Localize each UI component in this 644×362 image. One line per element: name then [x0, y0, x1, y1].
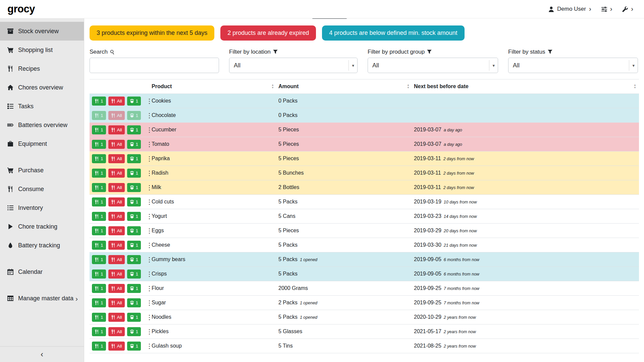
consume-one-button[interactable]: 1 — [92, 97, 106, 106]
consume-one-button[interactable]: 1 — [92, 342, 106, 351]
product-name-cell: Flour — [150, 285, 277, 291]
consume-all-button[interactable]: All — [108, 298, 125, 307]
best-before-date-note: 20 days from now — [444, 229, 477, 233]
user-menu[interactable]: Demo User › — [548, 6, 591, 12]
open-one-button[interactable]: 1 — [127, 269, 141, 279]
row-actions: 1 All 1 ⋮ — [90, 97, 150, 106]
consume-all-button[interactable]: All — [108, 197, 125, 206]
open-one-button[interactable]: 1 — [127, 183, 141, 192]
consume-all-button[interactable]: All — [108, 125, 125, 134]
best-before-date-cell: 2019-09-25 7 months from now — [412, 285, 639, 291]
sidebar-item-chore-tracking[interactable]: Chore tracking — [0, 217, 84, 236]
consume-one-button[interactable]: 1 — [92, 197, 106, 206]
filter-icon — [427, 50, 432, 54]
open-one-button[interactable]: 1 — [127, 125, 141, 134]
consume-one-button[interactable]: 1 — [92, 241, 106, 250]
sidebar-item-stock-overview[interactable]: Stock overview — [0, 22, 84, 41]
utensils-icon — [95, 99, 99, 103]
sidebar-item-calendar[interactable]: Calendar — [0, 262, 84, 281]
open-one-button[interactable]: 1 — [127, 197, 141, 206]
product-group-filter-select[interactable]: All ▾ — [368, 58, 498, 73]
consume-all-button[interactable]: All — [108, 226, 125, 235]
user-menu-label: Demo User — [557, 6, 586, 12]
open-one-button[interactable]: 1 — [127, 342, 141, 351]
sidebar-item-equipment[interactable]: Equipment — [0, 134, 84, 153]
best-before-date-note: 10 days from now — [444, 200, 477, 204]
open-one-button[interactable]: 1 — [127, 140, 141, 149]
consume-one-button[interactable]: 1 — [92, 226, 106, 235]
consume-one-button[interactable]: 1 — [92, 169, 106, 178]
cart-icon — [7, 47, 14, 53]
consume-one-button[interactable]: 1 — [92, 140, 106, 149]
row-actions: 1 All 1 ⋮ — [90, 255, 150, 264]
app-logo[interactable]: grocy — [7, 3, 35, 15]
sidebar-item-consume[interactable]: Consume — [0, 180, 84, 198]
consume-all-button[interactable]: All — [108, 111, 125, 120]
consume-one-button[interactable]: 1 — [92, 183, 106, 192]
open-one-button[interactable]: 1 — [127, 241, 141, 250]
open-one-button[interactable]: 1 — [127, 298, 141, 307]
product-name: Paprika — [152, 156, 170, 162]
sidebar-item-manage-master-data[interactable]: Manage master data › — [0, 289, 84, 308]
consume-one-button[interactable]: 1 — [92, 313, 106, 322]
consume-one-button[interactable]: 1 — [92, 269, 106, 279]
admin-menu[interactable]: › — [622, 6, 633, 12]
sidebar-item-recipes[interactable]: Recipes — [0, 59, 84, 78]
consume-all-button[interactable]: All — [108, 327, 125, 336]
consume-all-button[interactable]: All — [108, 212, 125, 221]
open-one-button[interactable]: 1 — [127, 169, 141, 178]
product-name-cell: Gummy bears — [150, 256, 277, 262]
open-one-button[interactable]: 1 — [127, 226, 141, 235]
utensils-icon — [111, 257, 115, 262]
column-header-next-best-before-date[interactable]: Next best before date ▲▼ — [412, 79, 639, 94]
sidebar-item-tasks[interactable]: Tasks — [0, 97, 84, 116]
open-one-button[interactable]: 1 — [127, 255, 141, 264]
table-row: 1 All 1 ⋮ Cookies 0 Packs — [90, 94, 639, 108]
sidebar-item-batteries-overview[interactable]: Batteries overview — [0, 116, 84, 134]
sidebar-item-purchase[interactable]: Purchase — [0, 161, 84, 180]
sidebar-item-battery-tracking[interactable]: Battery tracking — [0, 236, 84, 255]
consume-one-button[interactable]: 1 — [92, 212, 106, 221]
consume-one-button[interactable]: 1 — [92, 125, 106, 134]
column-header-amount[interactable]: Amount ▲▼ — [277, 79, 412, 94]
consume-all-button[interactable]: All — [108, 97, 125, 106]
search-input[interactable] — [90, 58, 219, 73]
sidebar-item-shopping-list[interactable]: Shopping list — [0, 41, 84, 59]
sidebar-item-chores-overview[interactable]: Chores overview — [0, 78, 84, 97]
sidebar-item-inventory[interactable]: Inventory — [0, 198, 84, 217]
location-filter-select[interactable]: All ▾ — [229, 58, 358, 73]
consume-all-button[interactable]: All — [108, 284, 125, 293]
consume-one-button[interactable]: 1 — [92, 327, 106, 336]
consume-all-button[interactable]: All — [108, 342, 125, 351]
open-one-button[interactable]: 1 — [127, 327, 141, 336]
amount-value: 2 Bottles — [278, 184, 299, 190]
consume-one-button[interactable]: 1 — [92, 298, 106, 307]
open-one-button[interactable]: 1 — [127, 111, 141, 120]
consume-all-button[interactable]: All — [108, 169, 125, 178]
open-one-button[interactable]: 1 — [127, 154, 141, 163]
consume-one-button[interactable]: 1 — [92, 111, 106, 120]
consume-all-button[interactable]: All — [108, 183, 125, 192]
row-actions: 1 All 1 ⋮ — [90, 154, 150, 163]
consume-all-button[interactable]: All — [108, 241, 125, 250]
open-one-button[interactable]: 1 — [127, 212, 141, 221]
consume-all-button[interactable]: All — [108, 313, 125, 322]
consume-all-button[interactable]: All — [108, 140, 125, 149]
consume-all-button[interactable]: All — [108, 269, 125, 279]
search-label: Search — [90, 49, 219, 55]
status-filter-select[interactable]: All ▾ — [508, 58, 638, 73]
open-one-button[interactable]: 1 — [127, 313, 141, 322]
box-open-icon — [130, 344, 134, 348]
column-header-product[interactable]: Product ▲▼ — [150, 79, 277, 94]
open-one-button[interactable]: 1 — [127, 284, 141, 293]
consume-all-button[interactable]: All — [108, 255, 125, 264]
consume-all-button[interactable]: All — [108, 154, 125, 163]
open-one-button[interactable]: 1 — [127, 97, 141, 106]
consume-one-button[interactable]: 1 — [92, 284, 106, 293]
utensils-icon — [111, 142, 115, 146]
sidebar-collapse-button[interactable]: ‹ — [0, 346, 84, 362]
consume-one-button[interactable]: 1 — [92, 154, 106, 163]
box-open-icon — [130, 200, 134, 204]
consume-one-button[interactable]: 1 — [92, 255, 106, 264]
stock-settings-menu[interactable]: › — [601, 6, 612, 12]
